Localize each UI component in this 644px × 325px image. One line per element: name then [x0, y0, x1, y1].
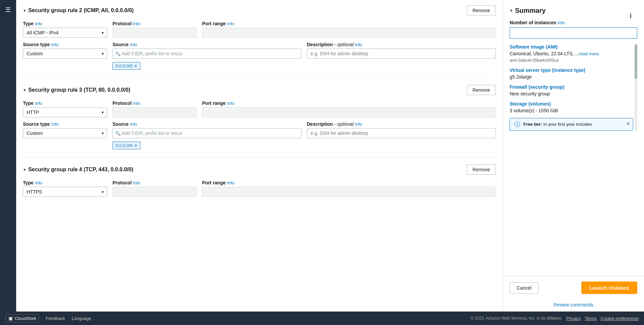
desc-label-r2: Description - optional Info	[307, 42, 496, 47]
ami-link[interactable]: Software Image (AMI)	[510, 44, 633, 50]
port-info-link-r4[interactable]: Info	[227, 180, 234, 185]
firewall-link[interactable]: Firewall (security group)	[510, 84, 633, 90]
storage-link[interactable]: Storage (volumes)	[510, 101, 633, 107]
source-search-input-r3[interactable]	[112, 128, 301, 138]
hamburger-icon[interactable]: ☰	[5, 6, 11, 13]
instances-input[interactable]: 1	[510, 27, 637, 39]
cidr-tag-r2: 0.0.0.0/0 ✕	[112, 62, 140, 70]
protocol-info-link-r2[interactable]: Info	[133, 21, 140, 26]
source-info-link-r2[interactable]: Info	[130, 42, 137, 47]
launch-instance-button[interactable]: Launch instance	[581, 282, 637, 294]
rule-4-header: ▼ Security group rule 4 (TCP, 443, 0.0.0…	[23, 165, 496, 175]
type-select-r4[interactable]: HTTPS	[23, 187, 107, 197]
type-select-r3[interactable]: HTTP	[23, 107, 107, 117]
rule-2-source-row: Source type Info Custom Source Info	[23, 42, 496, 70]
protocol-info-link-r3[interactable]: Info	[133, 101, 140, 106]
privacy-link[interactable]: Privacy	[566, 316, 581, 321]
protocol-info-link-r4[interactable]: Info	[133, 180, 140, 185]
remove-rule-4-button[interactable]: Remove	[467, 165, 496, 175]
rule-2-port-group: Port range Info All	[202, 21, 496, 38]
remove-rule-2-button[interactable]: Remove	[467, 5, 496, 16]
type-info-link-r4[interactable]: Info	[35, 180, 42, 185]
source-type-select-wrapper-r2: Custom	[23, 49, 107, 59]
source-search-input-r2[interactable]	[112, 49, 301, 59]
free-tier-banner: i Free tier: In your first year includes…	[510, 118, 633, 131]
rule-3-type-group: Type Info HTTP	[23, 100, 107, 117]
bottom-bar: ▣ CloudShell Feedback Language © 2023, A…	[0, 312, 644, 325]
review-commands-link[interactable]: Review commands	[510, 299, 637, 307]
content-area: ▼ Security group rule 2 (ICMP, All, 0.0.…	[16, 0, 503, 312]
port-input-r3: 80	[202, 107, 496, 117]
rule-3-port-group: Port range Info 80	[202, 100, 496, 117]
instances-info-link[interactable]: Info	[557, 20, 565, 25]
terms-link[interactable]: Terms	[585, 316, 597, 321]
type-info-link-r3[interactable]: Info	[35, 101, 42, 106]
port-input-r2: All	[202, 28, 496, 38]
type-info-link-r2[interactable]: Info	[35, 21, 42, 26]
divider-1	[23, 78, 496, 78]
collapse-icon-rule3[interactable]: ▼	[23, 88, 26, 92]
remove-cidr-tag-r3[interactable]: ✕	[134, 143, 137, 148]
firewall-value: New security group	[510, 91, 633, 96]
free-tier-info-icon: i	[515, 122, 520, 127]
type-select-wrapper-r3: HTTP	[23, 107, 107, 117]
ami-read-more[interactable]: read more	[579, 51, 599, 56]
rule-3-title: ▼ Security group rule 3 (TCP, 80, 0.0.0.…	[23, 87, 130, 93]
source-label-r2: Source Info	[112, 42, 301, 47]
port-info-link-r3[interactable]: Info	[227, 101, 234, 106]
cancel-button[interactable]: Cancel	[510, 282, 539, 294]
instance-type-link[interactable]: Virtual server type (instance type)	[510, 67, 633, 73]
rule-2-type-group: Type Info All ICMP - IPv4	[23, 21, 107, 38]
type-select-r2[interactable]: All ICMP - IPv4	[23, 28, 107, 38]
desc-input-r3[interactable]	[307, 128, 496, 138]
remove-rule-3-button[interactable]: Remove	[467, 85, 496, 95]
copyright-text: © 2023, Amazon Web Services, Inc. or its…	[471, 316, 562, 321]
desc-info-link-r2[interactable]: Info	[355, 42, 362, 47]
rule-4-title: ▼ Security group rule 4 (TCP, 443, 0.0.0…	[23, 167, 133, 173]
firewall-section: Firewall (security group) New security g…	[510, 84, 633, 96]
source-type-info-link-r2[interactable]: Info	[51, 42, 59, 47]
remove-cidr-tag-r2[interactable]: ✕	[134, 64, 137, 68]
rule-3-source-row: Source type Info Custom Source Info	[23, 121, 496, 149]
cookie-link[interactable]: Cookie preferences	[601, 316, 639, 321]
instances-label: Number of instances Info	[510, 20, 637, 25]
source-type-select-r3[interactable]: Custom	[23, 128, 107, 138]
free-tier-text: Free tier: In your first year includes	[523, 122, 592, 127]
port-info-link-r2[interactable]: Info	[227, 21, 234, 26]
divider-2	[23, 157, 496, 158]
type-select-wrapper-r4: HTTPS	[23, 187, 107, 197]
summary-collapse-icon[interactable]: ▼	[510, 9, 513, 12]
type-select-wrapper-r2: All ICMP - IPv4	[23, 28, 107, 38]
search-icon-r2: 🔍	[115, 51, 121, 56]
rule-2-source-type-group: Source type Info Custom	[23, 42, 107, 70]
language-link[interactable]: Language	[72, 316, 91, 321]
cidr-tags-r3: 0.0.0.0/0 ✕	[112, 142, 301, 149]
collapse-icon-rule4[interactable]: ▼	[23, 168, 26, 172]
source-type-info-link-r3[interactable]: Info	[51, 122, 59, 127]
cloudshell-icon: ▣	[8, 316, 13, 321]
ami-value: Canonical, Ubuntu, 22.04 LTS, ...read mo…	[510, 51, 633, 56]
desc-input-r2[interactable]	[307, 49, 496, 59]
feedback-link[interactable]: Feedback	[46, 316, 65, 321]
source-info-link-r3[interactable]: Info	[130, 122, 137, 127]
port-label-r2: Port range Info	[202, 21, 496, 26]
source-search-wrapper-r3: 🔍	[112, 128, 301, 138]
collapse-icon-rule2[interactable]: ▼	[23, 9, 26, 12]
rule-3-type-row: Type Info HTTP Protocol Info TCP	[23, 100, 496, 117]
desc-info-link-r3[interactable]: Info	[355, 122, 362, 127]
rule-2-desc-group: Description - optional Info	[307, 42, 496, 70]
storage-value: 3 volume(s) - 1550 GiB	[510, 108, 633, 113]
rule-3-source-group: Source Info 🔍 0.0.0.0/0 ✕	[112, 121, 301, 149]
rule-4-type-group: Type Info HTTPS	[23, 180, 107, 197]
cloudshell-button[interactable]: ▣ CloudShell	[5, 314, 39, 322]
free-tier-close-button[interactable]: ✕	[626, 121, 630, 126]
port-label-r4: Port range Info	[202, 180, 496, 185]
summary-scrollable: ℹ ▼ Summary Number of instances Info 1	[503, 0, 644, 276]
port-label-r3: Port range Info	[202, 100, 496, 106]
security-group-rule-3: ▼ Security group rule 3 (TCP, 80, 0.0.0.…	[23, 85, 496, 149]
panel-info-button[interactable]: ℹ	[630, 12, 632, 20]
sidebar-toggle[interactable]: ☰	[0, 0, 16, 312]
rule-3-source-type-group: Source type Info Custom	[23, 121, 107, 149]
source-type-select-r2[interactable]: Custom	[23, 49, 107, 59]
storage-section: Storage (volumes) 3 volume(s) - 1550 GiB	[510, 101, 633, 113]
